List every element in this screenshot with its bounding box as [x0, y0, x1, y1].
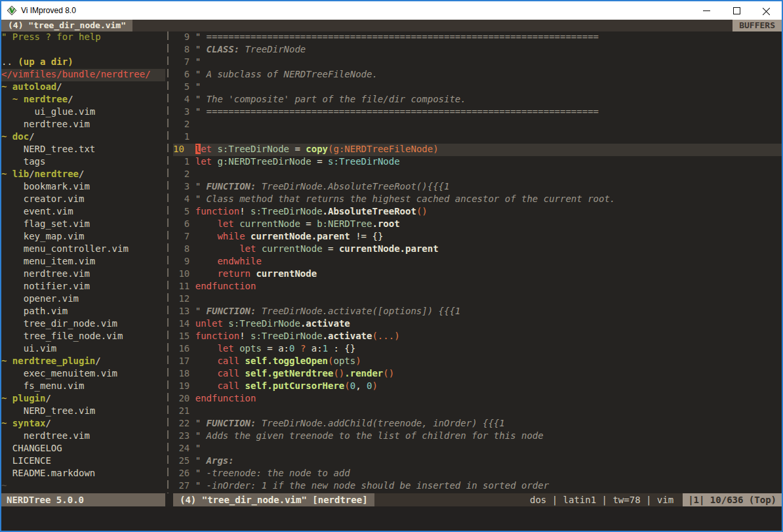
code-line[interactable]: 4" The 'composite' part of the file/dir …	[173, 94, 782, 106]
code-line[interactable]: 2	[173, 169, 782, 181]
code-line[interactable]: 8 let currentNode = currentNode.parent	[173, 243, 782, 256]
tree-line[interactable]: notifier.vim	[1, 281, 165, 293]
tree-line[interactable]: bookmark.vim	[1, 181, 165, 194]
tree-line[interactable]: ~ autoload/	[1, 81, 165, 94]
token	[195, 268, 218, 279]
code-line[interactable]: 12	[173, 293, 782, 306]
token: TreeDirNode.addChild(treenode, inOrder) …	[256, 418, 504, 428]
minimize-button[interactable]	[691, 1, 721, 20]
tree-line[interactable]: LICENCE	[1, 455, 165, 468]
window-separator[interactable]	[165, 31, 173, 493]
tree-line[interactable]: ~ lib/nerdtree/	[1, 169, 165, 181]
tree-line[interactable]: ~ nerdtree/	[1, 94, 165, 106]
command-line[interactable]	[1, 506, 782, 531]
token: self.getNerdtree	[245, 368, 334, 379]
token: NERD_tree.vim	[1, 405, 95, 416]
tree-line[interactable]: ~ plugin/	[1, 393, 165, 405]
tree-line[interactable]: tree_file_node.vim	[1, 331, 165, 343]
tree-line[interactable]: NERD_tree.vim	[1, 405, 165, 418]
code-line[interactable]: 26" -treenode: the node to add	[173, 468, 782, 480]
code-line[interactable]: 9 endwhile	[173, 256, 782, 268]
tab-current-buffer[interactable]: (4) "tree_dir_node.vim"	[1, 20, 132, 31]
tree-line[interactable]: ~ nerdtree_plugin/	[1, 356, 165, 368]
code-line[interactable]: 8" CLASS: TreeDirNode	[173, 44, 782, 56]
token: " Press ? for help	[1, 31, 101, 42]
tree-line[interactable]: README.markdown	[1, 468, 165, 480]
token	[245, 231, 251, 241]
code-line[interactable]: 18 call self.getNerdtree().render()	[173, 368, 782, 380]
tree-line[interactable]: opener.vim	[1, 293, 165, 306]
token: doc	[12, 131, 29, 142]
token: let	[239, 243, 256, 254]
tree-line[interactable]: .. (up a dir)	[1, 56, 165, 69]
token: ..	[1, 56, 18, 67]
tree-line[interactable]	[1, 44, 165, 56]
tree-line[interactable]: ui_glue.vim	[1, 106, 165, 119]
tree-line[interactable]: ui.vim	[1, 343, 165, 356]
tree-line[interactable]: " Press ? for help	[1, 31, 165, 44]
tree-line[interactable]: fs_menu.vim	[1, 380, 165, 393]
token: event.vim	[1, 206, 73, 216]
code-line[interactable]: 6" A subclass of NERDTreeFileNode.	[173, 69, 782, 81]
code-line[interactable]: 13" FUNCTION: TreeDirNode.activate([opti…	[173, 306, 782, 318]
token: let	[195, 156, 212, 167]
tree-line[interactable]: ~ doc/	[1, 131, 165, 144]
tree-line[interactable]: CHANGELOG	[1, 443, 165, 455]
tree-line[interactable]: </vimfiles/bundle/nerdtree/	[1, 69, 165, 81]
code-line[interactable]: 16 let opts = a:0 ? a:1 : {}	[173, 343, 782, 356]
code-line[interactable]: 25" Args:	[173, 455, 782, 468]
editor-panel[interactable]: 9" =====================================…	[173, 31, 782, 493]
code-line[interactable]: 23" Adds the given treenode to the list …	[173, 430, 782, 443]
tree-line[interactable]: nerdtree.vim	[1, 119, 165, 131]
code-line[interactable]: 20endfunction	[173, 393, 782, 405]
code-line[interactable]: 5function! s:TreeDirNode.AbsoluteTreeRoo…	[173, 206, 782, 218]
tree-line[interactable]: flag_set.vim	[1, 218, 165, 231]
code-line[interactable]: 17 call self.toggleOpen(opts)	[173, 356, 782, 368]
code-line[interactable]: 7"	[173, 56, 782, 69]
maximize-button[interactable]	[721, 1, 752, 20]
code-line[interactable]: 5"	[173, 81, 782, 94]
code-line[interactable]: 27" -inOrder: 1 if the new node should b…	[173, 480, 782, 493]
code-line[interactable]: 19 call self.putCursorHere(0, 0)	[173, 380, 782, 393]
token: !	[239, 206, 251, 216]
code-line[interactable]: 14unlet s:TreeDirNode.activate	[173, 318, 782, 331]
tree-line[interactable]: NERD_tree.txt	[1, 144, 165, 156]
close-button[interactable]	[752, 1, 782, 20]
tree-line[interactable]: menu_item.vim	[1, 256, 165, 268]
line-number: 1	[173, 131, 190, 142]
tree-line[interactable]: tags	[1, 156, 165, 169]
token	[195, 243, 239, 254]
statusline-gap	[165, 493, 173, 506]
code-line[interactable]: 4" Class method that returns the highest…	[173, 194, 782, 206]
line-number: 11	[173, 281, 190, 291]
tree-line[interactable]: ~	[1, 480, 165, 493]
tree-line[interactable]: ~ syntax/	[1, 418, 165, 430]
code-line[interactable]: 2	[173, 119, 782, 131]
code-line[interactable]: 10let s:TreeDirNode = copy(g:NERDTreeFil…	[173, 144, 782, 156]
code-line[interactable]: 3" =====================================…	[173, 106, 782, 119]
tree-line[interactable]: nerdtree.vim	[1, 430, 165, 443]
code-line[interactable]: 24"	[173, 443, 782, 455]
code-line[interactable]: 10 return currentNode	[173, 268, 782, 281]
tree-line[interactable]: exec_menuitem.vim	[1, 368, 165, 380]
code-line[interactable]: 22" FUNCTION: TreeDirNode.addChild(treen…	[173, 418, 782, 430]
minimize-icon	[703, 10, 710, 11]
code-line[interactable]: 7 while currentNode.parent != {}	[173, 231, 782, 243]
tree-line[interactable]: path.vim	[1, 306, 165, 318]
tree-line[interactable]: key_map.vim	[1, 231, 165, 243]
code-line[interactable]: 9" =====================================…	[173, 31, 782, 44]
token: s:TreeDirNode	[251, 331, 323, 341]
code-line[interactable]: 1let g:NERDTreeDirNode = s:TreeDirNode	[173, 156, 782, 169]
tree-line[interactable]: nerdtree.vim	[1, 268, 165, 281]
code-line[interactable]: 1	[173, 131, 782, 144]
tree-line[interactable]: menu_controller.vim	[1, 243, 165, 256]
tree-line[interactable]: event.vim	[1, 206, 165, 218]
tree-line[interactable]: tree_dir_node.vim	[1, 318, 165, 331]
nerdtree-panel[interactable]: " Press ? for help .. (up a dir)</vimfil…	[1, 31, 165, 493]
code-line[interactable]: 6 let currentNode = b:NERDTree.root	[173, 218, 782, 231]
code-line[interactable]: 11endfunction	[173, 281, 782, 293]
tree-line[interactable]: creator.vim	[1, 194, 165, 206]
code-line[interactable]: 3" FUNCTION: TreeDirNode.AbsoluteTreeRoo…	[173, 181, 782, 194]
code-line[interactable]: 21	[173, 405, 782, 418]
code-line[interactable]: 15function! s:TreeDirNode.activate(...)	[173, 331, 782, 343]
